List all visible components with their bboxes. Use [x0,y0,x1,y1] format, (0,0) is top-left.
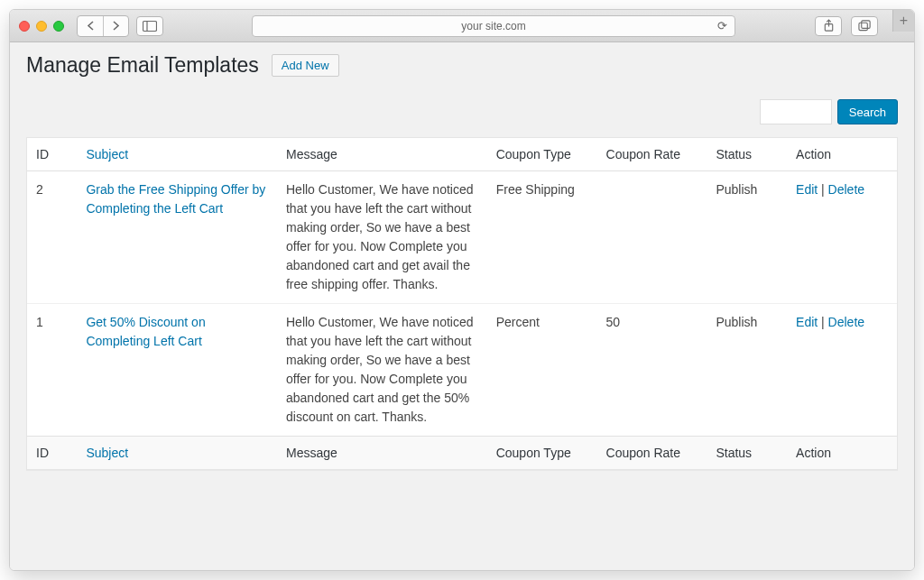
table-header-row: ID Subject Message Coupon Type Coupon Ra… [27,138,897,171]
titlebar: your site.com ⟳ + [10,10,914,42]
col-header-coupon-type: Coupon Type [487,138,597,171]
cell-message: Hello Customer, We have noticed that you… [277,171,487,304]
cell-id: 1 [27,304,77,437]
templates-table-wrap: ID Subject Message Coupon Type Coupon Ra… [26,137,898,470]
svg-rect-4 [861,21,869,28]
cell-coupon-type: Percent [487,304,597,437]
col-header-message: Message [277,138,487,171]
toolbar-right [815,16,878,36]
search-button[interactable]: Search [837,99,898,124]
templates-table: ID Subject Message Coupon Type Coupon Ra… [27,138,897,469]
search-row: Search [26,99,898,124]
cell-status: Publish [707,304,787,437]
reload-icon[interactable]: ⟳ [717,19,727,32]
col-header-coupon-rate: Coupon Rate [597,138,707,171]
delete-link[interactable]: Delete [828,182,864,197]
cell-actions: Edit | Delete [787,171,897,304]
edit-link[interactable]: Edit [796,315,818,329]
window-controls [19,21,64,32]
col-header-status: Status [707,138,787,171]
back-button[interactable] [78,16,103,36]
browser-window: your site.com ⟳ + Manage Email Templates… [9,9,915,571]
action-separator: | [818,315,827,329]
subject-link[interactable]: Grab the Free Shipping Offer by Completi… [86,182,265,216]
svg-rect-0 [143,21,157,31]
col-footer-action: Action [787,437,897,470]
table-row: 2Grab the Free Shipping Offer by Complet… [27,171,897,304]
edit-link[interactable]: Edit [796,182,818,197]
cell-id: 2 [27,171,77,304]
subject-link[interactable]: Get 50% Discount on Completing Left Cart [86,315,205,348]
col-header-action: Action [787,138,897,171]
svg-rect-3 [858,23,866,30]
table-row: 1Get 50% Discount on Completing Left Car… [27,304,897,437]
cell-actions: Edit | Delete [787,304,897,437]
delete-link[interactable]: Delete [828,315,864,329]
col-footer-subject[interactable]: Subject [77,437,277,470]
url-text: your site.com [461,20,525,32]
cell-coupon-rate [597,171,707,304]
url-bar[interactable]: your site.com ⟳ [252,15,735,37]
add-new-button[interactable]: Add New [272,54,339,77]
cell-coupon-type: Free Shipping [487,171,597,304]
col-footer-message: Message [277,437,487,470]
page-title: Manage Email Templates [26,53,259,78]
page-content: Manage Email Templates Add New Search ID… [10,42,914,570]
col-footer-status: Status [707,437,787,470]
table-footer-row: ID Subject Message Coupon Type Coupon Ra… [27,437,897,470]
col-header-id: ID [27,138,77,171]
col-footer-id: ID [27,437,77,470]
nav-buttons [77,15,129,37]
tabs-button[interactable] [851,16,878,36]
cell-coupon-rate: 50 [597,304,707,437]
action-separator: | [818,182,827,197]
col-header-subject[interactable]: Subject [77,138,277,171]
share-button[interactable] [815,16,842,36]
cell-message: Hello Customer, We have noticed that you… [277,304,487,437]
page-header: Manage Email Templates Add New Search [10,53,914,137]
col-footer-coupon-rate: Coupon Rate [597,437,707,470]
close-window-button[interactable] [19,21,30,32]
col-footer-coupon-type: Coupon Type [487,437,597,470]
sidebar-toggle-button[interactable] [136,16,163,36]
search-input[interactable] [760,99,832,124]
cell-subject: Grab the Free Shipping Offer by Completi… [77,171,277,304]
cell-subject: Get 50% Discount on Completing Left Cart [77,304,277,437]
maximize-window-button[interactable] [53,21,64,32]
minimize-window-button[interactable] [36,21,47,32]
cell-status: Publish [707,171,787,304]
new-tab-button[interactable]: + [892,10,914,32]
forward-button[interactable] [103,16,128,36]
